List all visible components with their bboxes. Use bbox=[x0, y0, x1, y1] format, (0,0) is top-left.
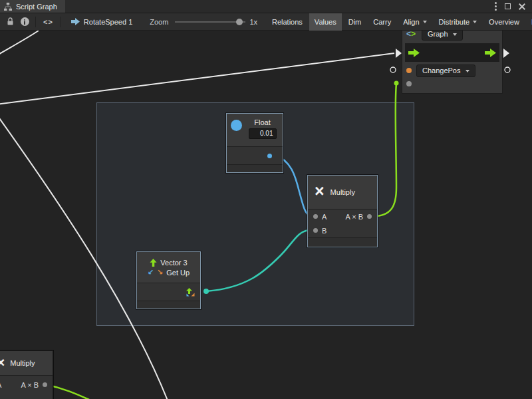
button-label: Overview bbox=[489, 18, 519, 26]
port-label: A × B bbox=[345, 213, 363, 221]
port-label: A × B bbox=[21, 381, 39, 389]
toolbar-button-align[interactable]: Align bbox=[398, 13, 432, 31]
node-footer bbox=[227, 164, 283, 172]
chevron-down-icon bbox=[423, 21, 427, 25]
toolbar-button-distribute[interactable]: Distribute bbox=[434, 13, 482, 31]
float-value-input[interactable]: 0.01 bbox=[249, 128, 277, 139]
node-title: Multiply bbox=[331, 188, 355, 196]
multiply-icon: × bbox=[0, 355, 5, 369]
zoom-label: Zoom bbox=[150, 18, 168, 26]
vector3-output-row bbox=[137, 283, 200, 301]
graph-reference-breadcrumb[interactable]: RotateSpeed 1 bbox=[71, 18, 132, 26]
chevron-down-icon bbox=[453, 33, 457, 38]
lock-icon bbox=[7, 17, 14, 26]
node-title: Multiply bbox=[10, 359, 35, 367]
button-label: Distribute bbox=[439, 18, 469, 26]
toolbar-button-overview[interactable]: Overview bbox=[483, 13, 525, 31]
zoom-slider[interactable] bbox=[175, 13, 245, 31]
button-label: Dim bbox=[348, 18, 362, 26]
multiply-input-a-port[interactable] bbox=[313, 214, 318, 219]
changepos-row: ChangePos bbox=[402, 63, 502, 78]
node-subtitle: Get Up bbox=[166, 269, 190, 277]
multiply-output-port[interactable] bbox=[367, 214, 372, 219]
graph-toolbar: <> RotateSpeed 1 Zoom 1x Relations Value… bbox=[0, 13, 532, 31]
window-titlebar: Script Graph bbox=[0, 0, 532, 13]
arrow-downleft-icon: ↙ bbox=[148, 269, 154, 276]
toolbar-button-dim[interactable]: Dim bbox=[343, 13, 367, 31]
graph-dropdown-label: Graph bbox=[428, 31, 448, 38]
script-graph-asset-icon bbox=[71, 18, 80, 25]
button-label: Relations bbox=[272, 18, 303, 26]
vector3-getup-node[interactable]: Vector 3 ↙ ↘ Get Up bbox=[136, 251, 201, 309]
toolbar-separator bbox=[61, 17, 61, 27]
zoom-slider-track bbox=[175, 21, 245, 23]
node-footer bbox=[137, 301, 200, 309]
changepos-dropdown[interactable]: ChangePos bbox=[416, 65, 475, 77]
toolbar-button-values[interactable]: Values bbox=[309, 13, 342, 31]
up-arrow-icon bbox=[150, 259, 157, 267]
button-label: Align bbox=[403, 18, 419, 26]
multiply-row-b bbox=[0, 394, 53, 399]
toolbar-button-carry[interactable]: Carry bbox=[368, 13, 396, 31]
changepos-value-port[interactable] bbox=[406, 68, 412, 73]
kebab-menu-icon[interactable] bbox=[495, 2, 497, 11]
script-graph-window: Float 0.01 × Multiply A A × B bbox=[0, 0, 532, 399]
button-label: Values bbox=[315, 18, 336, 26]
multiply-ports: A A × B bbox=[0, 375, 53, 399]
node-footer bbox=[308, 237, 377, 247]
close-icon[interactable] bbox=[519, 3, 525, 10]
float-output-port[interactable] bbox=[267, 154, 272, 158]
lock-button[interactable] bbox=[3, 15, 17, 29]
multiply-input-b-port[interactable] bbox=[313, 228, 318, 233]
toolbar-button-fullscreen[interactable]: Full Screen bbox=[526, 13, 532, 31]
toolbar-separator bbox=[35, 17, 36, 27]
window-controls bbox=[495, 0, 532, 13]
info-button[interactable] bbox=[17, 15, 32, 29]
float-output-row bbox=[227, 147, 283, 164]
node-title: Float bbox=[254, 118, 270, 126]
multiply-node-header[interactable]: × Multiply bbox=[308, 176, 377, 209]
flow-out-arrow-icon[interactable] bbox=[485, 49, 496, 57]
multiply-node-header[interactable]: × Multiply bbox=[0, 351, 53, 375]
graph-value-port[interactable] bbox=[406, 81, 412, 86]
float-node[interactable]: Float 0.01 bbox=[226, 113, 283, 173]
port-label: B bbox=[322, 227, 327, 235]
toolbar-button-relations[interactable]: Relations bbox=[267, 13, 308, 31]
code-button[interactable]: <> bbox=[39, 18, 57, 26]
vector3-type-icon[interactable] bbox=[186, 288, 195, 297]
multiply-ports: A A × B B bbox=[308, 209, 377, 237]
chevron-down-icon bbox=[466, 70, 469, 74]
node-title: Vector 3 bbox=[160, 259, 187, 267]
float-node-header[interactable]: Float 0.01 bbox=[227, 114, 283, 146]
multiply-row-a: A A × B bbox=[0, 376, 53, 394]
script-graph-tab[interactable]: Script Graph bbox=[0, 0, 65, 13]
port-label: A bbox=[322, 213, 327, 221]
script-graph-icon: <> bbox=[406, 29, 416, 39]
float-type-icon bbox=[231, 120, 242, 131]
flow-in-arrow-icon[interactable] bbox=[408, 49, 420, 57]
button-label: Carry bbox=[373, 18, 391, 26]
multiply-row-a: A A × B bbox=[308, 209, 377, 223]
chevron-down-icon bbox=[473, 21, 477, 25]
info-icon bbox=[21, 17, 29, 26]
toolbar-buttons: Relations Values Dim Carry Align Distrib… bbox=[267, 13, 532, 31]
multiply-row-b: B bbox=[308, 223, 377, 237]
float-ports bbox=[227, 146, 283, 164]
zoom-slider-handle[interactable] bbox=[236, 19, 243, 25]
multiply-node-partial[interactable]: × Multiply A A × B bbox=[0, 350, 53, 399]
multiply-icon: × bbox=[315, 183, 325, 200]
maximize-icon[interactable] bbox=[505, 3, 511, 9]
graph-hierarchy-icon bbox=[4, 3, 12, 11]
multiply-node[interactable]: × Multiply A A × B B bbox=[307, 175, 378, 247]
graph-extra-port-row bbox=[402, 78, 502, 90]
port-label: A bbox=[0, 381, 1, 389]
vector3-ports bbox=[137, 283, 200, 301]
multiply-output-port[interactable] bbox=[43, 382, 47, 387]
graph-node[interactable]: <> Graph ChangePos bbox=[402, 25, 503, 94]
graph-reference-label: RotateSpeed 1 bbox=[84, 18, 132, 26]
window-title: Script Graph bbox=[16, 3, 57, 11]
graph-flow-strip bbox=[405, 43, 499, 62]
changepos-dropdown-label: ChangePos bbox=[422, 67, 461, 74]
arrow-downright-icon: ↘ bbox=[157, 269, 163, 276]
vector3-node-header[interactable]: Vector 3 ↙ ↘ Get Up bbox=[137, 252, 200, 283]
